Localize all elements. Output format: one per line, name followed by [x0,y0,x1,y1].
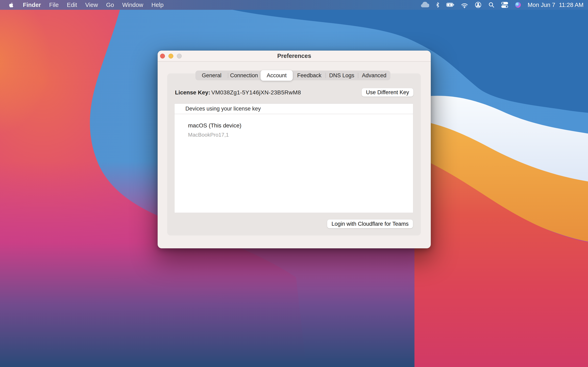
device-list-item[interactable]: macOS (This device) MacBookPro17,1 [188,122,413,138]
wifi-icon[interactable] [461,0,468,10]
menu-bar: Finder File Edit View Go Window Help [0,0,588,10]
spotlight-search-icon[interactable] [488,0,495,10]
battery-charging-icon[interactable] [446,0,454,10]
device-name: macOS (This device) [188,122,413,129]
use-different-key-button[interactable]: Use Different Key [362,88,414,97]
devices-list-header: Devices using your license key [174,104,413,114]
control-center-icon[interactable] [501,0,508,10]
tab-connection[interactable]: Connection [228,71,260,80]
minimize-button[interactable] [168,54,173,58]
tab-advanced[interactable]: Advanced [358,71,390,80]
siri-icon[interactable] [515,0,521,10]
tab-divider [228,73,228,78]
menu-item-view[interactable]: View [85,2,98,8]
menu-item-window[interactable]: Window [122,2,143,8]
apple-icon [9,2,13,8]
title-bar[interactable]: Preferences [158,50,431,62]
preferences-tab-bar: General Connection Account Feedback DNS … [195,71,390,80]
device-model: MacBookPro17,1 [188,132,413,138]
menu-item-file[interactable]: File [49,2,59,8]
license-key-label: License Key: [175,89,210,96]
bluetooth-icon[interactable] [435,0,440,10]
user-account-icon[interactable] [475,0,482,10]
menu-item-go[interactable]: Go [106,2,114,8]
menu-item-finder[interactable]: Finder [23,2,41,8]
date-text: Mon Jun 7 [527,2,555,8]
login-cloudflare-teams-button[interactable]: Login with Cloudflare for Teams [327,219,413,228]
tab-feedback[interactable]: Feedback [293,71,325,80]
tab-general[interactable]: General [195,71,228,80]
devices-list: macOS (This device) MacBookPro17,1 [174,114,413,138]
tab-dns-logs[interactable]: DNS Logs [325,71,358,80]
menu-item-help[interactable]: Help [151,2,164,8]
account-tab-panel: License Key: VM038Zg1-5Y146jXN-23B5RwM8 … [167,73,421,235]
devices-list-panel: Devices using your license key macOS (Th… [174,104,413,213]
preferences-window: Preferences General Connection Account F… [158,50,431,248]
traffic-lights [158,50,182,62]
time-text: 11:28 AM [559,2,584,8]
tab-divider [358,73,358,78]
license-key-value: VM038Zg1-5Y146jXN-23B5RwM8 [211,89,301,96]
zoom-button-disabled [177,54,182,58]
apple-menu[interactable] [9,2,13,8]
menu-item-edit[interactable]: Edit [67,2,77,8]
tab-divider [325,73,326,78]
menu-bar-clock[interactable]: Mon Jun 7 11:28 AM [527,2,584,8]
window-title: Preferences [277,53,311,59]
cloudflare-cloud-icon[interactable] [420,0,429,10]
license-key-row: License Key: VM038Zg1-5Y146jXN-23B5RwM8 … [167,88,421,97]
close-button[interactable] [160,54,165,58]
tab-account[interactable]: Account [260,70,293,81]
